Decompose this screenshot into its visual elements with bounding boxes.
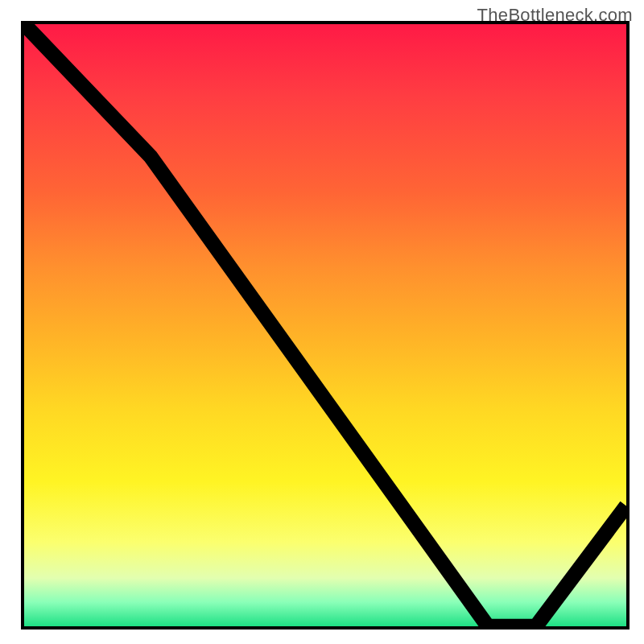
bottleneck-chart-svg bbox=[24, 24, 626, 626]
plot-area bbox=[21, 21, 630, 630]
watermark-label: TheBottleneck.com bbox=[477, 5, 633, 26]
chart-container: TheBottleneck.com bbox=[0, 0, 644, 644]
bottleneck-curve-line bbox=[24, 24, 626, 626]
